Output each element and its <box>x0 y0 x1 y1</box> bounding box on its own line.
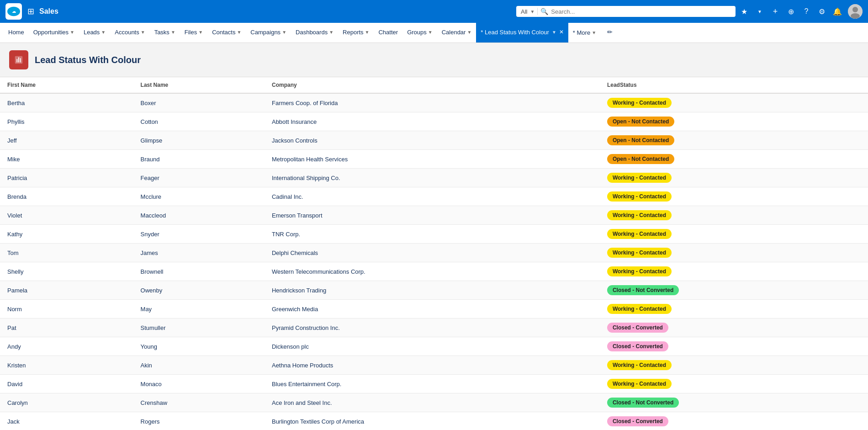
svg-rect-7 <box>18 58 19 63</box>
nav-chatter[interactable]: Chatter <box>374 23 402 42</box>
status-badge: Working - Contacted <box>607 360 672 370</box>
files-chevron: ▼ <box>198 30 203 35</box>
cell-first-name: Bertha <box>0 93 133 112</box>
page-title: Lead Status With Colour <box>35 55 141 65</box>
svg-point-4 <box>851 13 860 19</box>
svg-rect-6 <box>16 59 17 62</box>
col-last-name: Last Name <box>133 77 265 93</box>
table-header-row: First Name Last Name Company LeadStatus <box>0 77 868 93</box>
add-icon[interactable]: + <box>770 6 780 16</box>
cell-first-name: Kathy <box>0 225 133 244</box>
cell-first-name: Pamela <box>0 281 133 300</box>
nav-campaigns[interactable]: Campaigns ▼ <box>246 23 291 42</box>
opportunities-chevron: ▼ <box>70 30 74 35</box>
status-badge: Open - Not Contacted <box>607 154 674 164</box>
cell-company: International Shipping Co. <box>265 169 600 187</box>
cell-lead-status: Open - Not Contacted <box>600 131 868 150</box>
table-row: PamelaOwenbyHendrickson TradingClosed - … <box>0 281 868 300</box>
cell-first-name: Violet <box>0 206 133 225</box>
col-company: Company <box>265 77 600 93</box>
search-input[interactable] <box>551 8 731 15</box>
nav-active-tab[interactable]: * Lead Status With Colour ▼ ✕ <box>476 23 568 42</box>
favorites-dropdown-icon[interactable]: ▼ <box>755 6 765 16</box>
cell-first-name: Shelly <box>0 262 133 281</box>
cell-last-name: Snyder <box>133 225 265 244</box>
setup-assistant-icon[interactable]: ⊕ <box>786 6 796 16</box>
cell-first-name: Patricia <box>0 169 133 187</box>
search-dropdown-icon[interactable]: ▼ <box>530 9 535 14</box>
cell-lead-status: Closed - Converted <box>600 337 868 356</box>
cell-company: Abbott Insurance <box>265 112 600 131</box>
cell-lead-status: Working - Contacted <box>600 169 868 187</box>
nav-dashboards[interactable]: Dashboards ▼ <box>291 23 338 42</box>
cell-company: Cadinal Inc. <box>265 187 600 206</box>
pencil-icon: ✏ <box>607 28 613 36</box>
accounts-chevron: ▼ <box>141 30 145 35</box>
nav-leads[interactable]: Leads ▼ <box>79 23 110 42</box>
table-row: DavidMonacoBlues Entertainment Corp.Work… <box>0 375 868 393</box>
salesforce-logo: ☁ <box>5 3 22 20</box>
cell-last-name: James <box>133 244 265 262</box>
cell-lead-status: Working - Contacted <box>600 93 868 112</box>
top-right-icons: ★ ▼ + ⊕ ? ⚙ 🔔 <box>739 4 863 19</box>
cell-lead-status: Working - Contacted <box>600 356 868 375</box>
cell-last-name: Owenby <box>133 281 265 300</box>
user-avatar[interactable] <box>848 4 863 19</box>
cell-first-name: Norm <box>0 300 133 319</box>
cell-company: TNR Corp. <box>265 225 600 244</box>
search-icon: 🔍 <box>540 8 548 15</box>
nav-more[interactable]: * More ▼ <box>568 23 601 42</box>
groups-chevron: ▼ <box>428 30 433 35</box>
favorites-icon[interactable]: ★ <box>739 6 749 16</box>
nav-contacts[interactable]: Contacts ▼ <box>207 23 246 42</box>
app-grid-icon[interactable]: ⊞ <box>26 6 36 16</box>
cell-company: Greenwich Media <box>265 300 600 319</box>
setup-icon[interactable]: ⚙ <box>817 6 827 16</box>
status-badge: Working - Contacted <box>607 304 672 314</box>
cell-first-name: Pat <box>0 319 133 337</box>
col-lead-status: LeadStatus <box>600 77 868 93</box>
status-badge: Working - Contacted <box>607 98 672 108</box>
more-chevron: ▼ <box>592 30 596 35</box>
active-tab-chevron[interactable]: ▼ <box>552 30 556 35</box>
report-icon <box>9 50 28 69</box>
nav-edit-icon[interactable]: ✏ <box>603 23 617 42</box>
nav-opportunities[interactable]: Opportunities ▼ <box>29 23 79 42</box>
nav-groups[interactable]: Groups ▼ <box>402 23 437 42</box>
cell-company: Emerson Transport <box>265 206 600 225</box>
cell-first-name: Phyllis <box>0 112 133 131</box>
cell-last-name: Braund <box>133 150 265 169</box>
cell-first-name: Brenda <box>0 187 133 206</box>
cell-last-name: Young <box>133 337 265 356</box>
cell-last-name: May <box>133 300 265 319</box>
status-badge: Working - Contacted <box>607 266 672 276</box>
tasks-chevron: ▼ <box>171 30 175 35</box>
table-row: PatStumullerPyramid Construction Inc.Clo… <box>0 319 868 337</box>
cell-last-name: Stumuller <box>133 319 265 337</box>
help-icon[interactable]: ? <box>801 6 811 16</box>
cell-first-name: Jeff <box>0 131 133 150</box>
cell-last-name: Boxer <box>133 93 265 112</box>
active-tab-close[interactable]: ✕ <box>559 29 564 35</box>
status-badge: Closed - Converted <box>607 416 668 426</box>
cell-lead-status: Working - Contacted <box>600 244 868 262</box>
nav-tasks[interactable]: Tasks ▼ <box>150 23 180 42</box>
page-header: Lead Status With Colour <box>0 43 868 77</box>
nav-home[interactable]: Home <box>4 23 29 42</box>
nav-reports[interactable]: Reports ▼ <box>338 23 374 42</box>
cell-lead-status: Open - Not Contacted <box>600 150 868 169</box>
cell-last-name: Crenshaw <box>133 393 265 412</box>
notifications-icon[interactable]: 🔔 <box>832 6 842 16</box>
search-all-label[interactable]: All <box>521 8 527 15</box>
nav-accounts[interactable]: Accounts ▼ <box>110 23 149 42</box>
nav-calendar[interactable]: Calendar ▼ <box>437 23 476 42</box>
cell-first-name: Andy <box>0 337 133 356</box>
status-badge: Closed - Not Converted <box>607 398 679 408</box>
status-badge: Closed - Not Converted <box>607 285 679 295</box>
cell-last-name: Glimpse <box>133 131 265 150</box>
table-row: AndyYoungDickenson plcClosed - Converted <box>0 337 868 356</box>
nav-files[interactable]: Files ▼ <box>180 23 207 42</box>
table-row: CarolynCrenshawAce Iron and Steel Inc.Cl… <box>0 393 868 412</box>
cell-last-name: Maccleod <box>133 206 265 225</box>
active-tab-label: * Lead Status With Colour <box>481 29 549 36</box>
